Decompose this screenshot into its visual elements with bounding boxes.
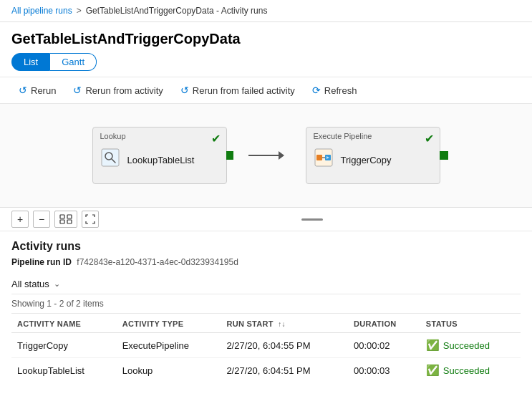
refresh-button[interactable]: ⟳ Refresh <box>305 82 364 99</box>
activity-runs-section: Activity runs Pipeline run ID f742843e-a… <box>0 231 532 382</box>
zoom-in-button[interactable]: + <box>11 211 29 228</box>
col-activity-type: ACTIVITY TYPE <box>117 314 221 333</box>
cell-activity-type: ExecutePipeline <box>117 333 221 358</box>
page-title: GetTableListAndTriggerCopyData <box>0 22 532 53</box>
zoom-fit-button[interactable] <box>54 211 77 228</box>
status-check-icon: ✅ <box>426 364 440 377</box>
zoom-controls: + − <box>0 208 532 231</box>
chevron-down-icon: ⌄ <box>54 279 60 289</box>
rerun-button[interactable]: ↺ Rerun <box>11 82 63 99</box>
cell-run-start: 2/27/20, 6:04:55 PM <box>221 333 348 358</box>
pipeline-run-id-label: Pipeline run ID <box>11 257 72 267</box>
svg-rect-11 <box>67 220 72 223</box>
rerun-icon: ↺ <box>19 85 27 96</box>
lookup-node-icon <box>100 148 120 172</box>
breadcrumb-current: GetTableListAndTriggerCopyData - Activit… <box>86 6 268 16</box>
svg-rect-0 <box>102 149 119 166</box>
view-toggle: List Gantt <box>0 53 532 77</box>
toolbar: ↺ Rerun ↺ Rerun from activity ↺ Rerun fr… <box>0 77 532 104</box>
sort-icon: ↑↓ <box>278 320 286 328</box>
zoom-divider-handle <box>103 218 521 221</box>
status-text: Succeeded <box>443 365 490 376</box>
cell-activity-type: Lookup <box>117 358 221 383</box>
breadcrumb-separator: > <box>77 6 82 16</box>
showing-text: Showing 1 - 2 of 2 items <box>11 294 521 314</box>
status-filter[interactable]: All status ⌄ <box>11 274 521 294</box>
arrow-line <box>248 155 279 156</box>
table-row[interactable]: LookupTableListLookup2/27/20, 6:04:51 PM… <box>11 358 521 383</box>
col-duration: DURATION <box>348 314 420 333</box>
lookup-node-header: Lookup <box>93 127 226 142</box>
gantt-view-button[interactable]: Gantt <box>50 53 97 71</box>
rerun-from-activity-label: Rerun from activity <box>85 85 163 96</box>
rerun-from-activity-icon: ↺ <box>73 85 82 96</box>
rerun-label: Rerun <box>31 85 56 96</box>
lookup-right-connector <box>226 151 233 160</box>
table-header-row: ACTIVITY NAME ACTIVITY TYPE RUN START ↑↓… <box>11 314 521 333</box>
zoom-out-button[interactable]: − <box>33 211 50 228</box>
col-status: STATUS <box>420 314 521 333</box>
activity-runs-title: Activity runs <box>11 240 521 253</box>
lookup-node-label: LookupTableList <box>127 155 195 165</box>
all-pipeline-runs-link[interactable]: All pipeline runs <box>11 6 72 16</box>
col-run-start: RUN START ↑↓ <box>221 314 348 333</box>
status-check-icon: ✅ <box>426 339 440 352</box>
cell-duration: 00:00:02 <box>348 333 420 358</box>
execute-check-icon: ✔ <box>425 132 434 145</box>
cell-status: ✅Succeeded <box>420 333 521 358</box>
pipeline-run-id-value: f742843e-a120-4371-a4ec-0d323934195d <box>77 257 238 267</box>
breadcrumb: All pipeline runs > GetTableListAndTrigg… <box>0 0 532 22</box>
lookup-node[interactable]: Lookup LookupTableList ✔ <box>92 127 227 184</box>
pipeline-arrow <box>248 151 284 160</box>
cell-activity-name: LookupTableList <box>11 358 117 383</box>
zoom-fullscreen-button[interactable] <box>82 211 99 228</box>
cell-duration: 00:00:03 <box>348 358 420 383</box>
svg-rect-8 <box>60 215 64 218</box>
cell-activity-name: TriggerCopy <box>11 333 117 358</box>
pipeline-run-id-row: Pipeline run ID f742843e-a120-4371-a4ec-… <box>11 257 521 267</box>
execute-node-header: Execute Pipeline <box>306 127 440 142</box>
status-filter-label: All status <box>11 279 49 289</box>
cell-status: ✅Succeeded <box>420 358 521 383</box>
cell-run-start: 2/27/20, 6:04:51 PM <box>221 358 348 383</box>
execute-pipeline-node[interactable]: Execute Pipeline TriggerCopy ✔ <box>306 127 440 184</box>
svg-rect-4 <box>316 155 322 160</box>
svg-rect-10 <box>60 220 64 223</box>
pipeline-canvas: Lookup LookupTableList ✔ Execute Pipelin… <box>0 104 532 208</box>
rerun-from-activity-button[interactable]: ↺ Rerun from activity <box>66 82 170 99</box>
table-row[interactable]: TriggerCopyExecutePipeline2/27/20, 6:04:… <box>11 333 521 358</box>
activity-runs-table: ACTIVITY NAME ACTIVITY TYPE RUN START ↑↓… <box>11 314 521 382</box>
rerun-from-failed-icon: ↺ <box>180 85 189 96</box>
status-text: Succeeded <box>443 340 490 351</box>
refresh-label: Refresh <box>324 85 357 96</box>
execute-right-connector <box>440 151 448 160</box>
rerun-from-failed-label: Rerun from failed activity <box>193 85 295 96</box>
list-view-button[interactable]: List <box>11 53 50 71</box>
execute-pipeline-node-icon <box>314 148 334 172</box>
svg-rect-9 <box>67 215 72 218</box>
arrow-head <box>279 151 284 160</box>
execute-node-label: TriggerCopy <box>341 155 392 165</box>
lookup-check-icon: ✔ <box>211 132 221 145</box>
col-activity-name: ACTIVITY NAME <box>11 314 117 333</box>
refresh-icon: ⟳ <box>312 85 321 96</box>
rerun-from-failed-button[interactable]: ↺ Rerun from failed activity <box>173 82 302 99</box>
